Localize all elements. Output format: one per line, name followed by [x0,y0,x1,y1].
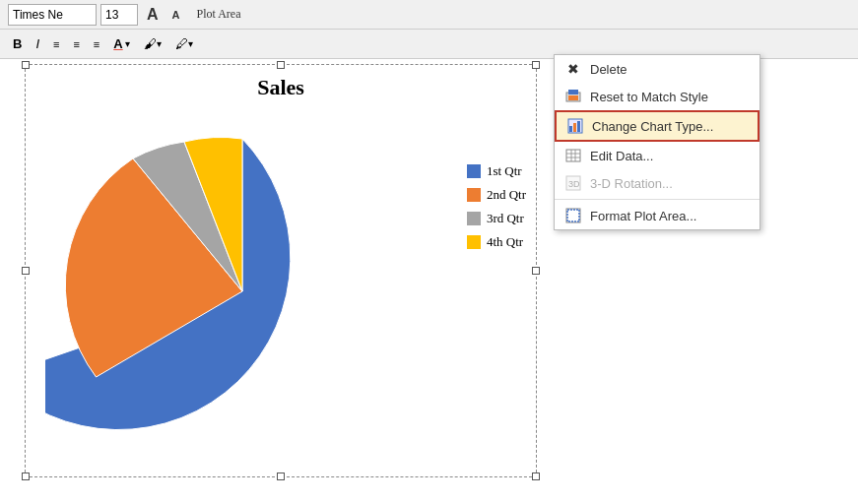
change-chart-icon [566,117,584,135]
context-menu-delete-label: Delete [590,62,627,77]
toolbar-top-row: A A Plot Area [0,0,858,30]
context-menu-3d-label: 3-D Rotation... [590,176,673,191]
chart-container: Sales 1st Qtr 2nd Qtr 3rd Qtr [25,64,537,477]
legend-color-1st-qtr [467,164,481,178]
font-shrink-button[interactable]: A [167,4,185,26]
handle-top-right[interactable] [532,61,540,69]
context-menu-edit-data-label: Edit Data... [590,149,653,163]
chart-title: Sales [26,75,536,100]
context-menu-format-plot[interactable]: Format Plot Area... [555,202,759,229]
font-color-button[interactable]: A ▾ [108,33,134,55]
context-menu-reset[interactable]: Reset to Match Style [555,83,759,110]
svg-rect-5 [573,123,576,132]
font-grow-button[interactable]: A [142,4,164,26]
svg-rect-7 [566,150,580,161]
align-left-button[interactable]: ≡ [48,33,64,55]
svg-rect-14 [566,209,580,222]
context-menu-change-chart-label: Change Chart Type... [592,119,713,134]
legend-item-2nd-qtr: 2nd Qtr [467,187,526,203]
font-size-input[interactable] [100,4,138,26]
context-menu-reset-label: Reset to Match Style [590,90,708,104]
handle-middle-left[interactable] [22,267,30,275]
context-menu-format-plot-label: Format Plot Area... [590,209,696,223]
handle-bottom-right[interactable] [532,472,540,480]
context-menu-delete[interactable]: ✖ Delete [555,55,759,83]
handle-top-left[interactable] [22,61,30,69]
font-effects-button[interactable]: 🖊 ▾ [170,33,198,55]
bold-button[interactable]: B [8,33,27,55]
chart-legend: 1st Qtr 2nd Qtr 3rd Qtr 4th Qtr [467,163,526,258]
context-menu: ✖ Delete Reset to Match Style Change Cha… [554,54,760,230]
legend-label-3rd-qtr: 3rd Qtr [487,211,524,226]
handle-bottom-left[interactable] [22,472,30,480]
legend-label-2nd-qtr: 2nd Qtr [487,187,526,203]
legend-color-4th-qtr [467,235,481,249]
pie-chart [45,114,479,459]
handle-bottom-middle[interactable] [277,472,285,480]
font-family-input[interactable] [8,4,97,26]
context-menu-separator [555,199,759,200]
legend-item-4th-qtr: 4th Qtr [467,234,526,250]
reset-icon [564,88,582,105]
svg-rect-6 [577,121,580,132]
align-right-button[interactable]: ≡ [89,33,104,55]
legend-item-3rd-qtr: 3rd Qtr [467,211,526,226]
legend-item-1st-qtr: 1st Qtr [467,163,526,179]
handle-middle-right[interactable] [532,267,540,275]
context-menu-edit-data[interactable]: Edit Data... [555,142,759,169]
svg-rect-1 [568,90,578,94]
context-menu-3d-rotation[interactable]: 3D 3-D Rotation... [555,169,759,197]
legend-color-2nd-qtr [467,188,481,202]
svg-rect-2 [568,95,578,100]
italic-button[interactable]: I [31,33,44,55]
align-center-button[interactable]: ≡ [68,33,84,55]
legend-label-4th-qtr: 4th Qtr [487,234,523,250]
legend-label-1st-qtr: 1st Qtr [487,163,522,179]
rotation-icon: 3D [564,174,582,192]
svg-text:3D: 3D [568,179,580,189]
legend-color-3rd-qtr [467,212,481,225]
plot-area-label: Plot Area [197,7,241,22]
edit-data-icon [564,147,582,164]
format-plot-icon [564,207,582,224]
delete-icon: ✖ [564,60,582,78]
svg-rect-4 [569,126,572,132]
highlight-color-button[interactable]: 🖌 ▾ [139,33,166,55]
handle-top-middle[interactable] [277,61,285,69]
context-menu-change-chart[interactable]: Change Chart Type... [555,110,759,142]
